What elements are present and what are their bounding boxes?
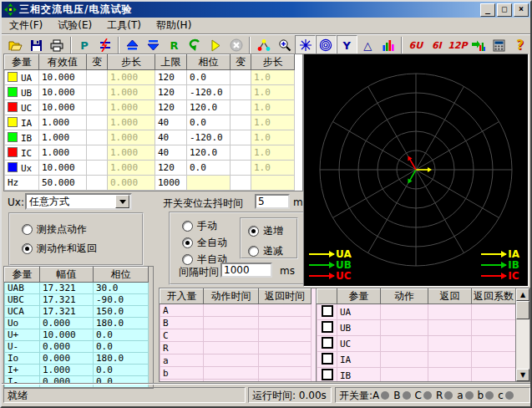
row-checkbox[interactable] (322, 369, 333, 380)
radio-label: 手动 (197, 219, 217, 233)
menu-file[interactable]: 文件(F) (2, 17, 50, 34)
interval-input[interactable] (220, 263, 272, 278)
column-header[interactable]: 参量 (5, 268, 40, 283)
run-mode-group: 手动全自动半自动 递增递减 间隔时间 ms (169, 212, 305, 285)
scroll-up-button[interactable]: ▲ (516, 288, 529, 301)
menu-tools[interactable]: 工具(T) (99, 17, 149, 34)
column-header[interactable]: 返回时间 (259, 289, 312, 304)
table-row[interactable]: IA (317, 352, 516, 368)
start-button[interactable] (205, 35, 226, 56)
table-row[interactable]: UA10.0001.0001200.01.0 (5, 70, 295, 85)
row-checkbox[interactable] (322, 305, 333, 317)
menu-help[interactable]: 帮助(H) (149, 17, 199, 34)
column-header[interactable]: 开入量 (160, 289, 204, 304)
menu-test[interactable]: 试验(E) (50, 17, 99, 34)
ux-mode-value: 任意方式 (27, 195, 115, 209)
legend-item: UB (309, 260, 352, 270)
table-row[interactable]: IA1.0001.000400.01.0 (5, 115, 295, 130)
undo-button[interactable] (185, 35, 205, 56)
print-button[interactable] (47, 35, 68, 56)
decrease-button[interactable] (143, 35, 164, 56)
title-bar[interactable]: 三相交流电压/电流试验 _ □ × (2, 2, 530, 18)
radio-option[interactable]: 测接点动作 (22, 222, 97, 237)
radio-option[interactable]: 递减 (248, 244, 283, 258)
column-header[interactable]: 动作 (381, 289, 428, 304)
column-header[interactable]: 上限 (155, 55, 187, 70)
radio-option[interactable]: 手动 (182, 219, 227, 233)
legend-arrow-icon (481, 275, 506, 277)
column-header[interactable]: 参量 (5, 55, 39, 70)
six-current-icon: 6I (432, 40, 442, 51)
column-header[interactable]: 步长 (251, 55, 295, 70)
bolt-button[interactable] (94, 35, 115, 56)
reset-button[interactable]: R (164, 35, 185, 56)
help-button[interactable]: ? (509, 35, 530, 56)
interval-label: 间隔时间 (179, 265, 219, 279)
table-row[interactable]: Hz50.0000.0001000 (5, 176, 295, 191)
bars-view-button[interactable] (378, 35, 399, 56)
column-header[interactable]: 相位 (187, 55, 231, 70)
radio-option[interactable]: 递增 (248, 224, 283, 238)
vector-node-button[interactable] (253, 35, 274, 56)
p12-button[interactable]: 12P (447, 35, 468, 56)
polar-vector-chart: UAUBUC IAIBIC (303, 54, 529, 287)
polar-view-button[interactable] (316, 35, 337, 56)
row-checkbox[interactable] (322, 337, 333, 349)
calculator-button[interactable] (489, 35, 509, 56)
i6-button[interactable]: 6I (426, 35, 447, 56)
rays-view-button[interactable] (295, 35, 316, 56)
vertical-scrollbar[interactable]: ▲ ▼ (515, 288, 529, 381)
radio-option[interactable]: 测动作和返回 (22, 242, 97, 256)
table-row: UBC17.321-90.0 (5, 294, 149, 306)
ux-mode-select[interactable]: 任意方式 (25, 193, 132, 210)
p-button[interactable]: P (74, 35, 95, 56)
switch-input-table: 开入量动作时间返回时间ABCRabc (159, 288, 317, 382)
column-header[interactable]: 动作时间 (204, 289, 259, 304)
increase-button[interactable] (122, 35, 143, 56)
column-header[interactable] (317, 289, 337, 304)
save-button[interactable] (26, 35, 47, 56)
scrollbar-thumb[interactable] (516, 301, 529, 319)
debounce-input[interactable] (255, 194, 290, 209)
column-header[interactable]: 幅值 (40, 268, 94, 283)
column-header[interactable]: 返回系数 (472, 289, 516, 304)
switch-label: B (393, 390, 400, 401)
column-header[interactable]: 步长 (108, 55, 155, 70)
output-button[interactable] (469, 35, 489, 56)
row-checkbox[interactable] (322, 321, 333, 333)
open-button[interactable] (5, 35, 26, 56)
zoom-button[interactable] (274, 35, 295, 56)
column-header[interactable]: 变 (87, 55, 108, 70)
table-row[interactable]: UB (317, 320, 516, 336)
minimize-button[interactable]: _ (480, 3, 495, 17)
column-header[interactable]: 相位 (94, 268, 149, 283)
scroll-down-button[interactable]: ▼ (516, 369, 529, 381)
column-header[interactable]: 有效值 (39, 55, 87, 70)
delta-view-button[interactable]: △ (357, 35, 378, 56)
table-row[interactable]: IC1.0001.00040120.01.0 (5, 145, 295, 161)
bar-chart-icon (382, 39, 395, 52)
table-row[interactable]: UB10.0001.000120-120.01.0 (5, 85, 295, 100)
row-checkbox[interactable] (322, 353, 333, 365)
maximize-button[interactable]: □ (497, 3, 512, 17)
legend-item: IC (481, 271, 519, 281)
table-row[interactable]: UC10.0001.000120120.01.0 (5, 100, 295, 115)
menu-bar: 文件(F) 试验(E) 工具(T) 帮助(H) (2, 18, 530, 34)
table-row[interactable]: IB1.0001.00040-120.01.0 (5, 130, 295, 145)
u6-button[interactable]: 6U (405, 35, 426, 56)
dropdown-button[interactable] (115, 195, 129, 208)
stop-button[interactable] (226, 35, 247, 56)
play-icon (210, 39, 221, 52)
table-row[interactable]: IB (317, 368, 516, 383)
column-header[interactable]: 参量 (337, 289, 381, 304)
close-button[interactable]: × (514, 3, 529, 17)
radio-circle (182, 237, 193, 248)
radio-option[interactable]: 全自动 (182, 236, 227, 250)
column-header[interactable]: 返回 (428, 289, 472, 304)
column-header[interactable]: 变 (231, 55, 251, 70)
wye-view-button[interactable]: Y (337, 35, 357, 56)
table-row[interactable]: UA (317, 304, 516, 320)
table-row[interactable]: Ux10.0001.0001200.01.0 (5, 161, 295, 176)
toolbar-separator (118, 37, 119, 54)
table-row[interactable]: UC (317, 336, 516, 352)
